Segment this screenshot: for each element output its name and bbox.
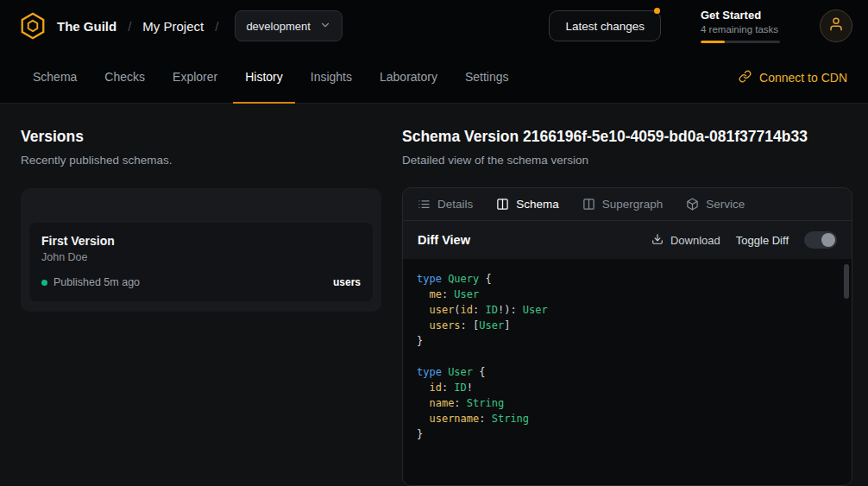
versions-list: First Version John Doe Published 5m ago …	[21, 188, 381, 312]
version-card[interactable]: First Version John Doe Published 5m ago …	[29, 223, 373, 301]
get-started-progress-bar	[701, 41, 780, 43]
environment-selector-value: development	[246, 20, 310, 33]
nav-tab-insights[interactable]: Insights	[299, 52, 364, 104]
columns-icon	[496, 198, 509, 211]
user-icon	[828, 16, 844, 35]
versions-section: Versions Recently published schemas. Fir…	[21, 128, 381, 486]
chevron-down-icon	[319, 19, 331, 34]
notification-dot	[654, 8, 660, 14]
guild-logo-icon[interactable]	[17, 10, 48, 41]
list-icon	[418, 198, 431, 211]
schema-version-subtitle: Detailed view of the schema version	[402, 154, 852, 167]
get-started-widget[interactable]: Get Started 4 remaining tasks	[701, 9, 780, 43]
nav-tab-history[interactable]: History	[233, 52, 295, 104]
panel-tab-label: Supergraph	[602, 198, 664, 211]
get-started-title: Get Started	[701, 9, 780, 22]
nav-tab-checks[interactable]: Checks	[92, 52, 157, 104]
toggle-diff-label: Toggle Diff	[736, 234, 789, 247]
schema-code: type Query { me: User user(id: ID!): Use…	[417, 271, 838, 442]
breadcrumb-org[interactable]: The Guild	[57, 19, 116, 34]
breadcrumb-separator: /	[215, 19, 218, 34]
breadcrumb-project[interactable]: My Project	[142, 19, 204, 34]
panel-tab-schema[interactable]: Schema	[496, 198, 559, 211]
panel-tab-supergraph[interactable]: Supergraph	[582, 198, 664, 211]
latest-changes-button[interactable]: Latest changes	[549, 10, 661, 41]
breadcrumb-separator: /	[128, 19, 131, 34]
panel-tab-service[interactable]: Service	[686, 198, 745, 211]
top-bar: The Guild / My Project / development Lat…	[0, 0, 868, 52]
toggle-knob	[821, 233, 835, 247]
main-nav: SchemaChecksExplorerHistoryInsightsLabor…	[0, 52, 868, 104]
user-avatar[interactable]	[820, 9, 852, 42]
panel-tab-label: Details	[437, 198, 473, 211]
nav-tab-laboratory[interactable]: Laboratory	[368, 52, 450, 104]
version-status: Published 5m ago	[53, 276, 140, 288]
download-button[interactable]: Download	[651, 233, 720, 248]
latest-changes-label: Latest changes	[565, 20, 645, 33]
nav-tab-settings[interactable]: Settings	[453, 52, 521, 104]
version-author: John Doe	[41, 251, 361, 263]
get-started-progress-fill	[701, 41, 725, 43]
schema-version-panel: DetailsSchemaSupergraphService Diff View…	[402, 187, 852, 486]
versions-subtitle: Recently published schemas.	[21, 154, 381, 167]
panel-tab-label: Service	[706, 198, 745, 211]
connect-cdn-link[interactable]: Connect to CDN	[739, 52, 847, 103]
panel-tab-label: Schema	[516, 198, 559, 211]
nav-tab-explorer[interactable]: Explorer	[160, 52, 230, 104]
version-name: First Version	[41, 234, 361, 248]
diff-view-title: Diff View	[418, 233, 470, 247]
panel-tab-details[interactable]: Details	[418, 198, 473, 211]
download-icon	[651, 233, 664, 248]
get-started-subtitle: 4 remaining tasks	[701, 24, 780, 35]
columns-icon	[582, 198, 595, 211]
versions-title: Versions	[21, 128, 381, 146]
published-dot-icon	[41, 280, 47, 286]
version-service-badge: users	[333, 276, 361, 288]
schema-version-title: Schema Version 2166196f-5e10-4059-bd0a-0…	[402, 128, 852, 146]
diff-toggle-switch[interactable]	[804, 231, 837, 249]
connect-cdn-label: Connect to CDN	[759, 71, 847, 85]
environment-selector[interactable]: development	[235, 10, 342, 41]
scrollbar-thumb[interactable]	[844, 264, 849, 299]
schema-version-section: Schema Version 2166196f-5e10-4059-bd0a-0…	[402, 128, 852, 486]
download-label: Download	[670, 234, 720, 247]
schema-code-viewer[interactable]: type Query { me: User user(id: ID!): Use…	[403, 259, 852, 485]
breadcrumb: The Guild / My Project / development	[17, 10, 343, 41]
link-icon	[739, 70, 752, 85]
box-icon	[686, 198, 699, 211]
nav-tab-schema[interactable]: Schema	[21, 52, 89, 104]
